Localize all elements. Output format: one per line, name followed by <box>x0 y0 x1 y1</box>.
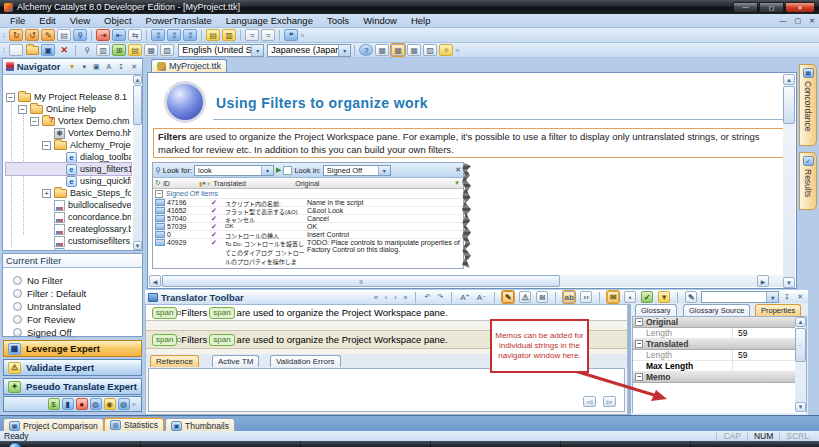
tree-item[interactable]: createglossary.bmp <box>6 223 131 235</box>
globe-puzzle-icon[interactable]: ◍ <box>90 398 102 410</box>
refresh-translations-icon[interactable]: ↻ <box>9 29 23 41</box>
window-split-icon[interactable]: ▦ <box>144 44 158 56</box>
radio-icon[interactable] <box>13 276 22 285</box>
insert-files-icon[interactable]: ⊞ <box>112 44 126 56</box>
menu-tools[interactable]: Tools <box>320 15 356 26</box>
look-in-combo[interactable]: Signed Off▾ <box>323 165 391 176</box>
restore-button[interactable]: ▢ <box>759 2 784 13</box>
open-project-icon[interactable] <box>25 44 39 56</box>
tab-reference[interactable]: Reference <box>150 355 199 367</box>
signoff-icon[interactable]: ✓ <box>641 291 653 303</box>
pin-icon[interactable]: ↧ <box>782 293 792 301</box>
validate-string-icon[interactable]: ⚠ <box>519 291 531 303</box>
embedded-table-header[interactable]: ↻ ID ▮ ● ☀ Translated Original ▼ <box>153 178 463 189</box>
radio-icon[interactable] <box>13 302 22 311</box>
filter-option-untranslated[interactable]: Untranslated <box>13 300 81 312</box>
filter-option-no-filter[interactable]: No Filter <box>13 274 63 286</box>
collapse-group-icon[interactable]: − <box>155 190 163 198</box>
document-tab[interactable]: MyProject.ttk <box>151 59 227 72</box>
properties-scrollbar[interactable]: ▲ ▼ − <box>795 317 806 412</box>
promote-file-icon[interactable]: ⇧ <box>167 29 181 41</box>
look-for-combo[interactable]: look▾ <box>194 165 274 176</box>
next-string-icon[interactable]: › <box>392 294 398 301</box>
scroll-down-icon[interactable]: ▼ <box>783 277 795 288</box>
navigator-scrollbar[interactable]: ▲ ▼ <box>133 75 142 250</box>
scroll-up-icon[interactable]: ▲ <box>795 317 806 327</box>
money-icon[interactable]: $ <box>48 398 60 410</box>
filter-strings-icon[interactable]: ▼ <box>658 291 670 303</box>
open-tag[interactable]: span <box>152 307 177 319</box>
scroll-thumb[interactable] <box>133 85 142 125</box>
scroll-thumb[interactable]: Ⅲ <box>162 275 560 287</box>
toolbar-overflow-icon[interactable]: » <box>300 31 304 40</box>
tree-item[interactable]: edialog_toolbar. <box>6 151 131 163</box>
pane-toggle4-icon[interactable]: ▨ <box>423 44 437 56</box>
tab-glossary[interactable]: Glossary <box>635 304 677 316</box>
first-string-icon[interactable]: « <box>372 294 380 301</box>
mdi-minimize-button[interactable]: — <box>776 17 791 24</box>
last-string-icon[interactable]: » <box>401 294 409 301</box>
minimize-button[interactable]: — <box>733 2 758 13</box>
scroll-thumb[interactable]: − <box>795 328 806 362</box>
table-row[interactable]: 41652✓フラット型で表示する(&O)C&ool Look <box>153 207 463 215</box>
scroll-right-icon[interactable]: ▶ <box>757 275 769 287</box>
filter-icon[interactable]: ▼ <box>67 63 78 70</box>
doc-lock-icon[interactable]: ▤ <box>206 29 220 41</box>
radio-icon[interactable] <box>13 289 22 298</box>
expert-overflow-icon[interactable]: » <box>132 400 136 409</box>
tag-nav-icon[interactable]: ‹› <box>580 291 592 303</box>
pane-toggle3-icon[interactable]: ▦ <box>407 44 421 56</box>
open-tag[interactable]: span <box>152 334 177 346</box>
pin-icon[interactable]: ↧ <box>116 63 126 71</box>
menu-window[interactable]: Window <box>356 15 404 26</box>
pseudo-translate-expert-button[interactable]: ✦Pseudo Translate Expert <box>3 378 142 395</box>
table-row[interactable]: 40929✓To Do: コントロールを設置してこのダイアログ コントロールのプ… <box>153 239 463 269</box>
delete-icon[interactable]: ✕ <box>57 44 71 56</box>
menu-file[interactable]: File <box>3 15 32 26</box>
close-search-icon[interactable]: ✕ <box>455 166 461 174</box>
side-tab-concordance[interactable]: ▦ Concordance <box>799 64 817 146</box>
property-row[interactable]: Length59 <box>633 328 806 339</box>
tm-sync-icon[interactable]: ⇆ <box>128 29 142 41</box>
tab-thumbnails[interactable]: ▣Thumbnails <box>165 418 235 432</box>
promote-all-icon[interactable]: ⇧ <box>183 29 197 41</box>
menu-view[interactable]: View <box>63 15 97 26</box>
collapse-icon[interactable]: − <box>635 318 643 326</box>
pane-toggle1-icon[interactable]: ▦ <box>375 44 389 56</box>
table-row[interactable]: 57040✓キャンセルCancel <box>153 215 463 223</box>
autotranslate-icon[interactable]: ≋ <box>536 291 548 303</box>
promote-string-icon[interactable]: ⇧ <box>151 29 165 41</box>
globe-icon[interactable]: ◍ <box>118 398 130 410</box>
tree-item[interactable]: customisefilters.bm <box>6 235 131 247</box>
table-row[interactable]: 47196✓スクリプト内の名前:Name in the script <box>153 199 463 207</box>
tm-import-icon[interactable]: ⇤ <box>112 29 126 41</box>
keywords-icon[interactable]: ✧ <box>439 44 453 56</box>
property-group[interactable]: −Translated <box>633 339 806 350</box>
menu-language-exchange[interactable]: Language Exchange <box>219 15 320 26</box>
property-group[interactable]: −Original <box>633 317 806 328</box>
group-row[interactable]: − Signed Off Items <box>153 189 463 199</box>
doc-unlock-icon[interactable]: ▥ <box>222 29 236 41</box>
unlink-strings-icon[interactable]: ≈ <box>261 29 275 41</box>
lock-string-icon[interactable]: ▪ <box>624 291 636 303</box>
tree-item[interactable]: buildlocalisedversi <box>6 199 131 211</box>
scroll-down-icon[interactable]: ▼ <box>795 402 806 412</box>
text-view-icon[interactable]: A <box>105 63 114 70</box>
search-options-button[interactable] <box>283 166 292 175</box>
translator-combo[interactable]: ▾ <box>701 291 779 303</box>
tree-item-partial[interactable] <box>6 247 131 250</box>
close-tag[interactable]: span <box>209 334 234 346</box>
scroll-left-icon[interactable]: ◀ <box>149 275 161 287</box>
side-tab-results[interactable]: ✓ Results <box>799 152 817 210</box>
search-play-icon[interactable]: ▶ <box>276 166 281 174</box>
image-view-icon[interactable]: ▣ <box>91 63 102 71</box>
help-icon[interactable]: ? <box>359 44 373 56</box>
pane-toggle2-icon[interactable]: ▦ <box>391 44 405 56</box>
splitter-handle[interactable]: ⋯ <box>55 336 91 339</box>
alert-icon[interactable]: ● <box>76 398 88 410</box>
start-orb-icon[interactable] <box>8 442 22 447</box>
chevron-down-icon[interactable]: ▾ <box>338 45 350 56</box>
refresh-small-icon[interactable]: ↻ <box>153 179 163 187</box>
filter-option-default[interactable]: Filter : Default <box>13 287 86 299</box>
show-tags-icon[interactable]: ab <box>563 291 575 303</box>
